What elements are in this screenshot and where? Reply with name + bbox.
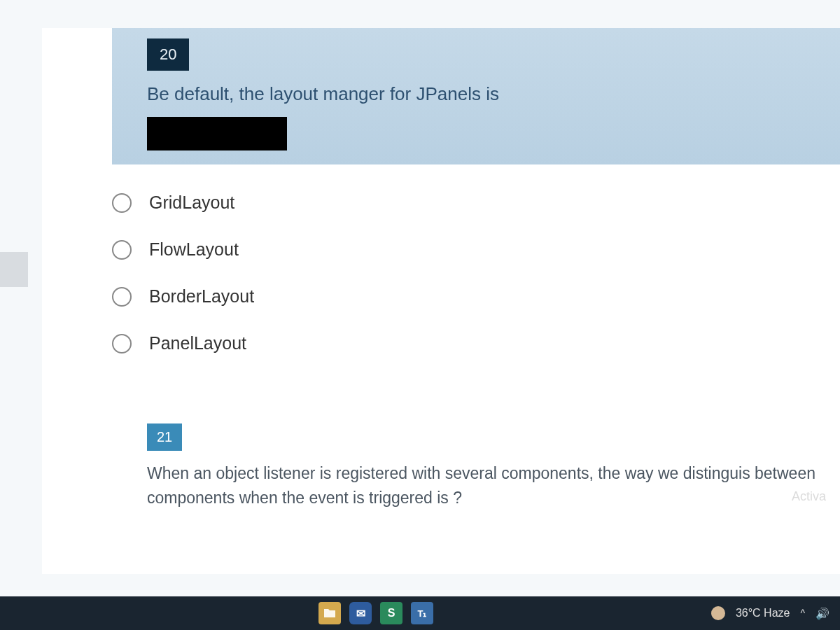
radio-icon[interactable] <box>112 287 132 307</box>
option-label: BorderLayout <box>149 286 254 307</box>
question-21: 21 When an object listener is registered… <box>42 424 840 510</box>
radio-icon[interactable] <box>112 240 132 260</box>
sound-icon[interactable]: 🔊 <box>816 607 830 620</box>
windows-taskbar[interactable]: ✉ S T₁ 36°C Haze ^ 🔊 <box>0 596 840 630</box>
app-s-icon[interactable]: S <box>380 602 402 624</box>
quiz-content: 20 Be default, the layout manger for JPa… <box>42 28 840 574</box>
option-flowlayout[interactable]: FlowLayout <box>112 239 840 260</box>
question-header-20: 20 Be default, the layout manger for JPa… <box>112 28 840 164</box>
tray-overflow-icon[interactable]: ^ <box>800 608 805 619</box>
app-t-icon[interactable]: T₁ <box>411 602 433 624</box>
option-label: GridLayout <box>149 192 234 213</box>
option-panellayout[interactable]: PanelLayout <box>112 333 840 354</box>
activate-windows-watermark: Activa <box>792 489 826 504</box>
system-tray: 36°C Haze ^ 🔊 <box>711 606 830 620</box>
option-gridlayout[interactable]: GridLayout <box>112 192 840 213</box>
question-20: 20 Be default, the layout manger for JPa… <box>42 28 840 354</box>
redacted-blank <box>147 117 287 150</box>
question-number-badge: 21 <box>147 424 182 451</box>
option-label: PanelLayout <box>149 333 246 354</box>
mail-icon[interactable]: ✉ <box>349 602 372 624</box>
option-label: FlowLayout <box>149 239 239 260</box>
weather-icon[interactable] <box>711 606 725 620</box>
options-list: GridLayout FlowLayout BorderLayout Panel… <box>42 164 840 354</box>
question-text: Be default, the layout manger for JPanel… <box>112 81 840 113</box>
question-number-badge: 20 <box>147 38 189 71</box>
question-text: When an object listener is registered wi… <box>112 458 840 510</box>
file-explorer-icon[interactable] <box>318 602 341 624</box>
sidebar-stub <box>0 252 28 287</box>
radio-icon[interactable] <box>112 334 132 354</box>
weather-text[interactable]: 36°C Haze <box>736 607 790 620</box>
taskbar-apps: ✉ S T₁ <box>318 602 433 624</box>
option-borderlayout[interactable]: BorderLayout <box>112 286 840 307</box>
radio-icon[interactable] <box>112 193 132 213</box>
